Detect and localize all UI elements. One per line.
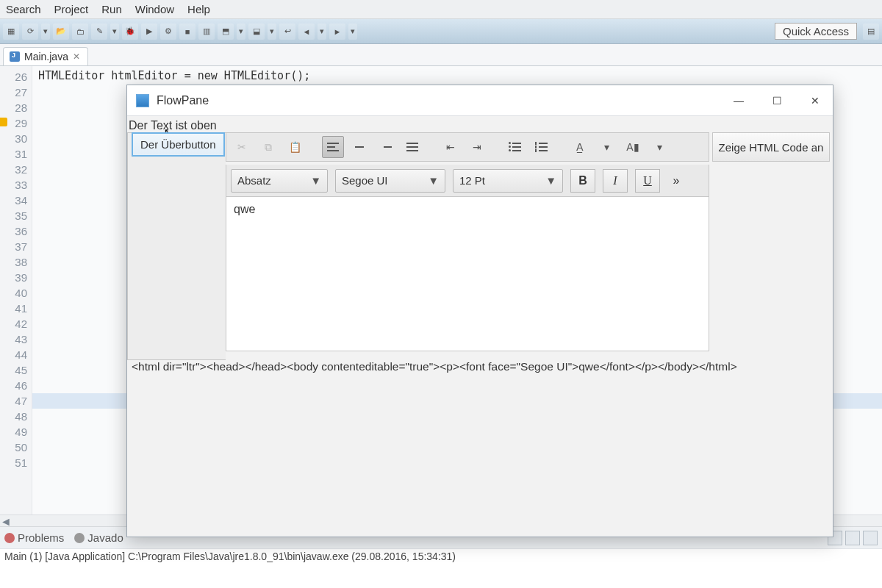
dropdown-icon[interactable]: ▾ [237,24,245,40]
chevron-down-icon: ▼ [310,174,321,187]
left-blank-column [127,132,226,360]
menubar: Search Project Run Window Help [0,0,882,19]
indent-icon[interactable]: ⇥ [466,136,488,158]
bullet-list-icon[interactable] [504,136,526,158]
perspective-icon[interactable]: ▤ [863,24,879,40]
tab-javadoc[interactable]: Javado [74,531,123,544]
new-icon[interactable]: ▦ [3,24,19,40]
italic-button[interactable]: I [603,169,628,193]
html-source-output: <html dir="ltr"><head></head><body conte… [132,360,828,373]
menu-project[interactable]: Project [54,3,89,15]
minimize-icon[interactable]: — [730,92,747,110]
view-btn-icon[interactable] [863,531,878,545]
menu-window[interactable]: Window [135,3,174,15]
font-color-icon[interactable]: A̲ [569,136,591,158]
debug-icon[interactable]: 🐞 [122,24,138,40]
align-center-icon[interactable] [348,136,370,158]
outdent-icon[interactable]: ⇤ [440,136,462,158]
run-icon[interactable]: ▶ [141,24,157,40]
number-list-icon[interactable] [531,136,553,158]
menu-run[interactable]: Run [101,3,122,15]
font-size-combo[interactable]: 12 Pt▼ [453,169,563,193]
dialog-title: FlowPane [157,94,209,107]
combo-value: 12 Pt [459,174,485,187]
dropdown-icon[interactable]: ▾ [648,136,670,158]
bold-button[interactable]: B [570,169,595,193]
dropdown-icon[interactable]: ▾ [318,24,326,40]
tab-filename: Main.java [24,51,68,62]
app-icon [136,94,149,107]
font-family-combo[interactable]: Segoe UI▼ [335,169,445,193]
save-icon[interactable]: ⟳ [22,24,38,40]
paragraph-format-combo[interactable]: Absatz▼ [231,169,328,193]
dialog-body: Der Text ist oben ↖ Der Überbutton ✂ ⧉ 📋… [127,116,833,537]
show-html-button[interactable]: Zeige HTML Code an [712,132,830,162]
close-icon[interactable]: ✕ [806,92,824,110]
align-left-icon[interactable] [322,136,344,158]
nav-icon[interactable]: ↩ [279,24,295,40]
javadoc-icon [74,533,85,543]
chevron-down-icon: ▼ [545,174,556,187]
line-gutter: 2627282930313233343536373839404142434445… [0,66,32,514]
maximize-icon[interactable]: ☐ [768,92,786,110]
editor-tabbar: Main.java ✕ [0,44,882,66]
dropdown-icon[interactable]: ▾ [41,24,50,40]
paste-icon[interactable]: 📋 [284,136,306,158]
open-icon[interactable]: 📂 [53,24,69,40]
folder-icon[interactable]: 🗀 [72,24,88,40]
align-justify-icon[interactable] [401,136,423,158]
cut-icon[interactable]: ✂ [231,136,253,158]
java-file-icon [10,51,20,62]
dropdown-icon[interactable]: ▾ [110,24,119,40]
scroll-left-icon[interactable]: ◄ [0,516,12,528]
forward-icon[interactable]: ► [329,24,345,40]
main-toolbar: ▦ ⟳ ▾ 📂 🗀 ✎ ▾ 🐞 ▶ ⚙ ■ ▥ ⬒ ▾ ⬓ ▾ ↩ ◄ ▾ ► … [0,19,882,44]
underline-button[interactable]: U [635,169,660,193]
stop-icon[interactable]: ■ [179,24,196,40]
task-icon[interactable]: ▥ [198,24,215,40]
chevron-down-icon: ▼ [428,174,439,187]
html-editor-canvas[interactable]: qwe [226,197,709,351]
combo-value: Absatz [237,174,271,187]
dialog-titlebar[interactable]: FlowPane — ☐ ✕ [127,85,833,116]
overflow-icon[interactable]: » [667,174,685,187]
ext2-icon[interactable]: ⬓ [248,24,265,40]
menu-help[interactable]: Help [187,3,210,15]
copy-icon[interactable]: ⧉ [257,136,279,158]
ueberbutton[interactable]: Der Überbutton [132,132,225,157]
quick-access-field[interactable]: Quick Access [775,23,857,40]
error-icon [4,533,15,543]
view-toolbar [828,531,878,545]
html-editor-toolbar-2: Absatz▼ Segoe UI▼ 12 Pt▼ B I U » [226,165,709,197]
view-btn-icon[interactable] [845,531,860,545]
flowpane-dialog: FlowPane — ☐ ✕ Der Text ist oben ↖ Der Ü… [126,85,833,537]
highlight-color-icon[interactable]: A▮ [622,136,644,158]
console-output: Main (1) [Java Application] C:\Program F… [0,548,882,566]
ext-icon[interactable]: ⬒ [218,24,234,40]
tab-problems[interactable]: Problems [4,531,64,544]
top-label: Der Text ist oben [129,119,217,132]
dropdown-icon[interactable]: ▾ [595,136,617,158]
back-icon[interactable]: ◄ [298,24,315,40]
align-right-icon[interactable] [375,136,397,158]
dropdown-icon[interactable]: ▾ [348,24,357,40]
close-icon[interactable]: ✕ [73,51,80,62]
menu-search[interactable]: Search [6,3,41,15]
combo-value: Segoe UI [342,174,388,187]
html-editor-toolbar-1: ✂ ⧉ 📋 ⇤ ⇥ A̲ ▾ A▮ ▾ [226,132,709,162]
editor-tab-main[interactable]: Main.java ✕ [3,47,88,65]
dropdown-icon[interactable]: ▾ [268,24,276,40]
build-icon[interactable]: ⚙ [160,24,176,40]
wand-icon[interactable]: ✎ [91,24,107,40]
